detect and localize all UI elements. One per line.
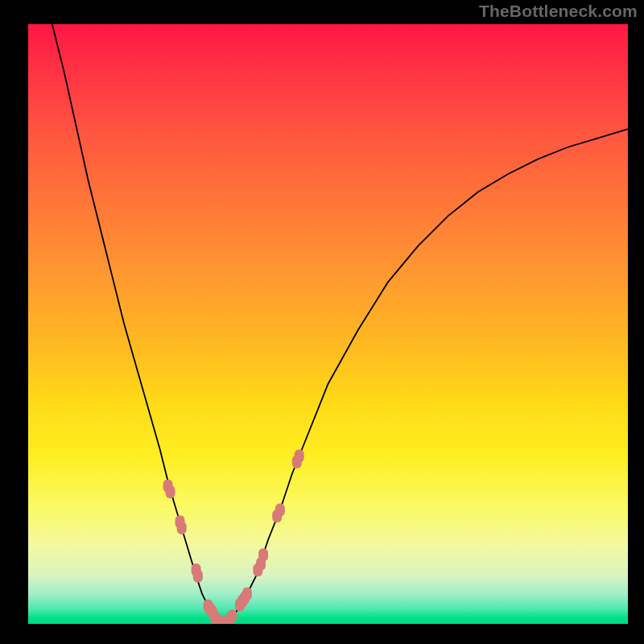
- data-marker: [193, 569, 203, 582]
- chart-container: TheBottleneck.com: [0, 0, 644, 644]
- plot-area: [28, 24, 628, 624]
- data-marker: [258, 548, 268, 561]
- marker-layer: [28, 24, 628, 624]
- data-marker: [275, 503, 285, 516]
- data-marker: [166, 485, 175, 498]
- watermark-text: TheBottleneck.com: [479, 2, 638, 21]
- marker-group: [163, 449, 304, 624]
- data-marker: [295, 449, 304, 462]
- data-marker: [177, 522, 187, 535]
- data-marker: [227, 609, 237, 622]
- data-marker: [242, 588, 252, 601]
